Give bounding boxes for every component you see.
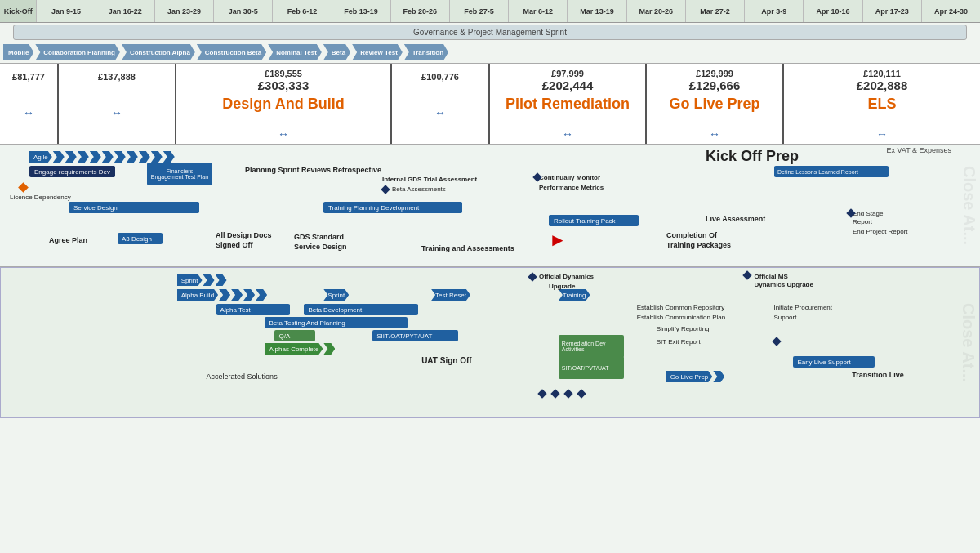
rollout-training-bar: Rollout Training Pack (549, 215, 639, 226)
sit-exit-text: SIT Exit Report (657, 338, 701, 346)
sprint-top-label: Sprint (177, 274, 203, 286)
define-lessons-bar: Define Lessons Learned Report (774, 166, 889, 177)
agile-chev9 (151, 151, 163, 163)
engage-bar-wrapper: Engage requirements Dev (29, 166, 115, 177)
phase-construction-beta: Construction Beta (197, 44, 266, 60)
alpha-build-c3 (243, 289, 255, 301)
header-date-row: Kick-Off Jan 9-15 Jan 16-22 Jan 23-29 Ja… (0, 0, 980, 23)
agile-chev5 (102, 151, 114, 163)
diamond-b2 (550, 389, 559, 398)
kickoff-prep-title: Kick Off Prep (706, 148, 799, 165)
agile-bar: Agile (29, 151, 175, 163)
date-apr10: Apr 10-16 (804, 0, 862, 22)
phases-row: Mobile Collaboration Planning Constructi… (0, 42, 980, 63)
define-lessons-wrapper: Define Lessons Learned Report (774, 166, 889, 177)
siit-bar: SIIT/OAT/PYT/UAT (372, 330, 458, 341)
end-stage-text: End Stage (853, 210, 883, 217)
budget-col4-top: £100,776 (421, 72, 459, 82)
date-jan23: Jan 23-29 (155, 0, 214, 22)
transition-live-text: Transition Live (852, 371, 904, 379)
budget-col6-top: £129,999 (696, 69, 733, 78)
go-live-prep-label: Go Live Prep (666, 371, 713, 382)
budget-col5-arrow: ↔ (562, 127, 573, 140)
budget-col-7: £120,111 £202,888 ELS ↔ (784, 64, 980, 144)
test-reset-bar: Test Reset (431, 289, 470, 301)
date-jan30: Jan 30-5 (214, 0, 273, 22)
diamond-sit-exit (773, 337, 782, 346)
date-feb13: Feb 13-19 (332, 0, 391, 22)
diamond-b3 (564, 389, 572, 398)
budget-col-6: £129,999 £129,666 Go Live Prep ↔ (647, 64, 784, 144)
diamond-orange (18, 182, 29, 193)
budget-col3-large: £303,333 (258, 78, 310, 92)
budget-col7-top: £120,111 (863, 69, 901, 78)
a3-design-bar: A3 Design (118, 233, 163, 244)
financiers-bar: Financiers Engagement Test Plan (147, 163, 212, 185)
training-plan-bar: Training Planning Development (323, 202, 462, 213)
budget-col5-large: £202,444 (542, 78, 594, 92)
budget-col3-top: £189,555 (265, 69, 302, 78)
remediation-bar-wrapper: Remediation Dev Activities (559, 335, 624, 358)
alpha-build-c1 (219, 289, 230, 301)
budget-col-3: £189,555 £303,333 Design And Build ↔ (176, 64, 392, 144)
initiate-proc-text1: Initiate Procurement (773, 304, 832, 311)
beta-testing-label: Beta Testing And Planning (265, 317, 408, 328)
all-design-docs-text: All Design Docs (216, 231, 272, 239)
live-assessment-text: Live Assessment (706, 215, 765, 223)
budget-col4-arrow: ↔ (434, 106, 446, 119)
remediation-bar: Remediation Dev Activities (559, 335, 624, 358)
agile-chev6 (114, 151, 126, 163)
sit-oat-bar: SIT/OAT/PVT/UAT (559, 356, 624, 379)
date-jan16: Jan 16-22 (96, 0, 155, 22)
phase-beta: Beta (323, 44, 350, 60)
budget-col-5: £97,999 £202,444 Pilot Remediation ↔ (490, 64, 647, 144)
gds-standard-text1: GDS Standard (294, 233, 344, 241)
budget-col3-phase: Design And Build (222, 96, 344, 113)
budget-col-2: £137,888 ↔ (59, 64, 176, 144)
service-design-bar: Service Design (69, 202, 199, 213)
budget-col2-top: £137,888 (98, 72, 136, 82)
alpha-build-c4 (256, 289, 267, 301)
bottom-diamonds (539, 390, 585, 397)
engage-bar: Engage requirements Dev (29, 166, 115, 177)
service-design-wrapper: Service Design (69, 202, 199, 213)
date-mar20: Mar 20-26 (627, 0, 686, 22)
perf-metrics-text: Performance Metrics (539, 184, 604, 191)
alphas-complete-label: Alphas Complete (265, 343, 323, 355)
go-live-c1 (713, 371, 724, 382)
budget-col6-phase: Go Live Prep (669, 96, 760, 113)
agile-chev2 (65, 151, 77, 163)
beta-dev-label: Beta Development (304, 304, 418, 315)
date-kickoff: Kick-Off (0, 0, 37, 22)
budget-col3-arrow: ↔ (278, 127, 289, 140)
test-reset-label: Test Reset (431, 289, 470, 301)
alpha-test-bar: Alpha Test (216, 304, 290, 315)
training-label: Training (559, 289, 590, 301)
budget-col7-phase: ELS (867, 96, 896, 113)
siit-label: SIIT/OAT/PYT/UAT (372, 330, 458, 341)
sit-oat-bar-wrapper: SIT/OAT/PVT/UAT (559, 356, 624, 379)
budget-col-4: £100,776 ↔ (392, 64, 490, 144)
phase-collab: Collaboration Planning (35, 44, 120, 60)
agile-chev8 (139, 151, 150, 163)
establish-comm-text: Establish Communication Plan (637, 314, 726, 321)
date-feb27: Feb 27-5 (450, 0, 509, 22)
initiate-proc-text2: Support (773, 314, 796, 321)
agree-plan-text: Agree Plan (49, 236, 87, 244)
all-design-docs-text2: Signed Off (216, 241, 253, 249)
simplify-text: Simplify Reporting (657, 325, 710, 332)
internal-gds-text: Internal GDS Trial Assessment (382, 176, 477, 183)
go-live-prep-bar: Go Live Prep (666, 371, 725, 382)
main-container: Kick-Off Jan 9-15 Jan 16-22 Jan 23-29 Ja… (0, 0, 980, 553)
end-stage-report-text: Report (853, 218, 872, 225)
budget-col1-top: £81,777 (12, 72, 45, 82)
budget-col5-top: £97,999 (551, 69, 584, 78)
training-assess-text: Training and Assessments (421, 244, 514, 252)
agile-chev7 (127, 151, 138, 163)
phase-review-test: Review Test (352, 44, 403, 60)
financiers-bar-wrapper: Financiers Engagement Test Plan (147, 163, 212, 185)
alphas-c1 (323, 343, 335, 355)
end-project-text: End Project Report (853, 228, 908, 235)
uat-signoff-text: UAT Sign Off (421, 356, 471, 365)
budget-col-1: £81,777 ↔ (0, 64, 59, 144)
